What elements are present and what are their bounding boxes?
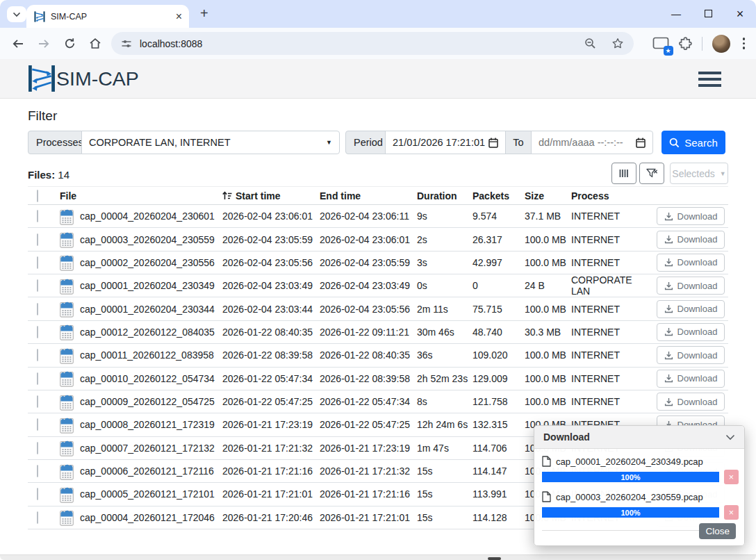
row-checkbox[interactable] xyxy=(37,279,38,292)
process: INTERNET xyxy=(571,234,653,245)
file-name: cap_00001_20260204_230349 xyxy=(80,280,215,291)
packets: 42.997 xyxy=(472,257,525,268)
bookmark-star-icon[interactable] xyxy=(611,38,624,49)
download-icon xyxy=(664,212,673,221)
calendar-icon[interactable] xyxy=(488,138,498,148)
cancel-download-button[interactable]: × xyxy=(724,505,739,520)
search-button[interactable]: Search xyxy=(662,131,725,154)
row-checkbox[interactable] xyxy=(37,233,38,246)
download-button[interactable]: Download xyxy=(657,346,725,364)
download-progress-row: 100% × xyxy=(542,470,739,484)
duration: 9s xyxy=(417,211,472,222)
download-button[interactable]: Download xyxy=(657,277,725,295)
maximize-button[interactable] xyxy=(692,8,724,20)
download-button[interactable]: Download xyxy=(657,300,725,318)
selecteds-label: Selecteds xyxy=(672,168,714,179)
zoom-out-icon[interactable] xyxy=(584,38,596,49)
processes-select[interactable]: CORPORATE LAN, INTERNET ▼ xyxy=(81,131,340,154)
download-progress-row: 100% × xyxy=(542,505,739,520)
download-button-label: Download xyxy=(677,304,718,314)
browser-menu-button[interactable] xyxy=(740,38,748,49)
process: INTERNET xyxy=(571,304,653,315)
table-header: File Start time End time Duration Packet… xyxy=(28,186,728,205)
row-checkbox[interactable] xyxy=(37,349,38,361)
start-time: 2026-01-22 08:40:35 xyxy=(222,327,320,338)
row-checkbox[interactable] xyxy=(37,488,38,500)
home-button[interactable] xyxy=(87,35,104,52)
collapse-chevron-icon[interactable] xyxy=(725,434,735,440)
close-panel-button[interactable]: Close xyxy=(699,523,736,539)
download-button[interactable]: Download xyxy=(657,231,725,249)
row-checkbox[interactable] xyxy=(37,395,38,408)
col-duration[interactable]: Duration xyxy=(417,190,472,201)
start-time: 2026-01-21 17:20:46 xyxy=(222,512,320,523)
tab-media-button[interactable]: ★ xyxy=(652,36,669,51)
process: INTERNET xyxy=(571,211,653,222)
download-button[interactable]: Download xyxy=(657,370,725,388)
new-tab-button[interactable]: + xyxy=(200,6,208,22)
duration: 15s xyxy=(417,466,472,477)
extensions-puzzle-icon[interactable] xyxy=(679,37,692,50)
minimize-button[interactable]: — xyxy=(660,8,692,19)
row-checkbox[interactable] xyxy=(37,303,38,315)
packets: 114.128 xyxy=(472,512,525,523)
start-time: 2026-02-04 23:03:44 xyxy=(222,304,320,315)
clear-filter-button[interactable] xyxy=(639,163,664,184)
columns-button[interactable] xyxy=(611,163,636,184)
profile-avatar[interactable] xyxy=(712,35,730,53)
download-button-label: Download xyxy=(677,397,718,407)
horizontal-scrollbar[interactable] xyxy=(0,554,756,560)
end-time: 2026-02-04 23:05:56 xyxy=(320,304,417,315)
reload-button[interactable] xyxy=(61,35,78,52)
row-checkbox[interactable] xyxy=(37,442,38,454)
select-all-checkbox[interactable] xyxy=(37,190,38,202)
row-checkbox[interactable] xyxy=(37,256,38,269)
window-close-button[interactable]: × xyxy=(724,7,756,22)
size: 100.0 MB xyxy=(525,396,571,407)
selecteds-dropdown[interactable]: Selecteds ▼ xyxy=(670,163,728,184)
process: INTERNET xyxy=(571,257,653,268)
house-icon xyxy=(89,38,101,49)
end-time: 2026-02-04 23:06:11 xyxy=(320,211,417,222)
cancel-download-button[interactable]: × xyxy=(724,470,739,484)
download-button[interactable]: Download xyxy=(657,393,725,411)
duration: 8s xyxy=(417,396,472,407)
col-process[interactable]: Process xyxy=(571,190,653,201)
download-button[interactable]: Download xyxy=(657,323,725,341)
download-icon xyxy=(664,351,673,360)
row-checkbox[interactable] xyxy=(37,511,38,524)
scrollbar-thumb[interactable] xyxy=(488,557,501,560)
app-header: SIM-CAP xyxy=(0,59,756,99)
app-logo: SIM-CAP xyxy=(28,65,139,92)
end-time: 2026-01-22 05:47:25 xyxy=(320,419,417,430)
row-checkbox[interactable] xyxy=(37,210,38,222)
duration: 0s xyxy=(417,280,472,291)
col-file[interactable]: File xyxy=(57,190,222,201)
download-button-label: Download xyxy=(677,211,718,222)
download-button[interactable]: Download xyxy=(657,254,725,272)
col-end-time[interactable]: End time xyxy=(320,190,417,201)
tab-search-button[interactable] xyxy=(7,6,26,22)
download-button[interactable]: Download xyxy=(657,207,725,225)
app-menu-button[interactable] xyxy=(698,72,721,87)
browser-tab[interactable]: SIM-CAP × xyxy=(26,5,189,28)
file-name: cap_00012_20260122_084035 xyxy=(80,327,215,338)
period-to-input[interactable]: dd/mm/aaaa --:--:-- xyxy=(531,131,653,154)
download-icon xyxy=(664,281,673,290)
period-from-input[interactable]: 21/01/2026 17:21:01 xyxy=(385,131,506,154)
row-checkbox[interactable] xyxy=(37,326,38,338)
row-checkbox[interactable] xyxy=(37,418,38,431)
col-start-time[interactable]: Start time xyxy=(222,190,320,201)
col-size[interactable]: Size xyxy=(525,190,571,201)
row-checkbox[interactable] xyxy=(37,372,38,385)
col-packets[interactable]: Packets xyxy=(472,190,525,201)
url-bar[interactable]: localhost:8088 xyxy=(111,32,634,55)
row-checkbox[interactable] xyxy=(37,465,38,477)
calendar-icon[interactable] xyxy=(636,138,646,148)
download-button-label: Download xyxy=(677,234,718,245)
packets: 75.715 xyxy=(472,304,525,315)
back-button[interactable] xyxy=(10,35,26,52)
process: INTERNET xyxy=(571,327,653,338)
forward-button[interactable] xyxy=(35,35,52,52)
tab-close-icon[interactable]: × xyxy=(176,11,182,22)
